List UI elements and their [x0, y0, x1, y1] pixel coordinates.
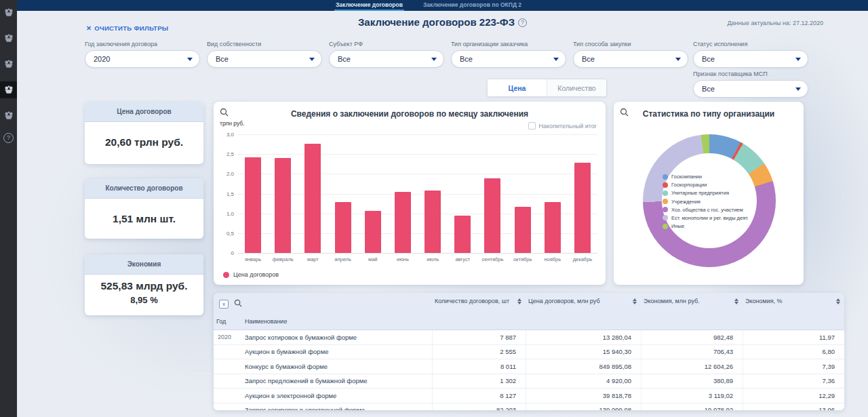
gridline: [238, 253, 597, 254]
table-cell: Запрос котировок в бумажной форме: [242, 334, 432, 341]
table-cell: 39 818,78: [526, 389, 641, 403]
search-icon[interactable]: [620, 107, 629, 119]
toggle-quantity-button[interactable]: Количество: [547, 79, 606, 96]
donut-legend-item: Госкомпании: [663, 174, 749, 180]
column-header-savings[interactable]: Экономия, млн руб.: [641, 298, 743, 304]
contract-year-select[interactable]: 2020: [85, 50, 200, 68]
msp-supplier-select[interactable]: Все: [693, 80, 808, 98]
legend-dot: [663, 182, 668, 188]
donut-legend-item: Унитарные предприятия: [663, 190, 749, 196]
data-updated-label: Данные актуальны на: 27.12.2020: [727, 20, 823, 26]
kpi-title: Цена договоров: [85, 102, 203, 122]
customer-org-type-select[interactable]: Все: [451, 50, 566, 68]
bar: [304, 144, 321, 253]
table-cell: 19 978,92: [641, 403, 743, 411]
column-header-count[interactable]: Количество договоров, шт: [432, 298, 526, 304]
x-axis-label: август: [448, 256, 477, 262]
kpi-value: 20,60 трлн руб.: [105, 136, 183, 148]
x-axis-label: февраль: [268, 256, 298, 262]
table-cell: Аукцион в бумажной форме: [242, 348, 432, 355]
excel-export-icon[interactable]: x: [219, 300, 229, 309]
price-quantity-toggle: Цена Количество: [487, 79, 607, 97]
execution-status-select[interactable]: Все: [693, 50, 808, 68]
tab-contracts-okpd2[interactable]: Заключение договоров по ОКПД 2: [422, 0, 523, 11]
top-navigation-bar: Заключение договоров Заключение договоро…: [17, 0, 868, 11]
filter-label: Тип способа закупки: [573, 41, 688, 47]
filter-label: Статус исполнения: [693, 41, 808, 47]
table-cell: 1 302: [432, 374, 526, 389]
bar: [365, 211, 381, 253]
table-row: Запрос котировок в электронной форме82 2…: [214, 403, 844, 411]
bar-plot: 3,02,52,01,51,00,50: [238, 134, 597, 253]
table-row: Конкурс в бумажной форме8 011849 895,081…: [214, 359, 844, 374]
tab-contracts[interactable]: Заключение договоров: [334, 0, 404, 11]
bar: [454, 216, 471, 253]
purchase-method-type-select[interactable]: Все: [573, 50, 688, 68]
donut-legend-item: Госкорпорации: [663, 182, 749, 188]
info-icon[interactable]: ?: [518, 18, 527, 27]
bar: [245, 157, 261, 253]
kpi-card-contract-price: Цена договоров 20,60 трлн руб.: [85, 102, 203, 164]
x-axis-label: октябрь: [508, 256, 538, 262]
sidebar-emblem-icon-2[interactable]: [0, 30, 17, 47]
help-icon[interactable]: ?: [3, 133, 14, 143]
table-cell: 13,96: [743, 403, 844, 411]
search-icon[interactable]: [220, 107, 229, 119]
column-header-price[interactable]: Цена договоров, млн руб: [526, 298, 641, 304]
x-axis-label: апрель: [328, 256, 358, 262]
cumulative-total-checkbox[interactable]: Накопительный итог: [528, 122, 597, 130]
region-select[interactable]: Все: [329, 50, 444, 68]
close-icon: ✕: [86, 24, 92, 32]
table-header: x Количество договоров, шт Цена договоро…: [214, 293, 844, 330]
table-cell: 706,43: [641, 345, 743, 359]
donut-legend-item: Учреждения: [663, 199, 749, 205]
x-axis-label: сентябрь: [477, 256, 507, 262]
sidebar-emblem-icon-4-active[interactable]: [0, 81, 17, 98]
filter-label: Признак поставщика МСП: [693, 71, 808, 77]
sidebar-emblem-icon-3[interactable]: [0, 56, 17, 73]
sort-icon[interactable]: [836, 298, 840, 304]
clear-filters-button[interactable]: ✕ОЧИСТИТЬ ФИЛЬТРЫ: [86, 24, 168, 32]
bar: [335, 202, 351, 253]
legend-label: Учреждения: [671, 199, 701, 205]
legend-dot: [663, 215, 668, 220]
legend-label: Ест. монополии и рег. виды деят.: [671, 215, 749, 221]
filter-execution-status: Статус исполнения Все: [693, 41, 808, 68]
table-cell: Аукцион в электронной форме: [242, 392, 432, 399]
checkbox-icon: [528, 122, 536, 130]
x-axis-label: май: [358, 256, 388, 262]
chevron-down-icon: [553, 58, 559, 61]
bar-chart-legend: Цена договоров: [223, 271, 279, 278]
donut-legend: ГоскомпанииГоскорпорацииУнитарные предпр…: [663, 174, 749, 231]
page-title: Заключение договоров 223-ФЗ: [358, 16, 515, 28]
sort-icon[interactable]: [734, 298, 738, 304]
chevron-down-icon: [675, 58, 681, 61]
x-axis-label: июль: [418, 256, 448, 262]
filter-label: Год заключения договора: [85, 41, 200, 47]
sort-icon[interactable]: [633, 298, 637, 304]
table-cell: 13 280,04: [526, 330, 641, 344]
left-sidebar: ?: [0, 0, 17, 417]
sidebar-emblem-icon-1[interactable]: [0, 4, 17, 21]
legend-label: Унитарные предприятия: [671, 190, 729, 196]
y-axis-tick: 0: [231, 250, 234, 256]
table-cell: 15 940,30: [526, 345, 641, 359]
table-cell: 849 895,08: [526, 359, 641, 374]
toggle-price-button[interactable]: Цена: [488, 79, 547, 96]
donut-chart-title: Статистика по типу организации: [614, 109, 804, 119]
legend-label: Хоз. общества с гос. участием: [671, 207, 743, 213]
column-header-savings-pct[interactable]: Экономия, %: [743, 298, 844, 304]
table-cell: Запрос предложений в бумажной форме: [242, 377, 432, 384]
kpi-value: 1,51 млн шт.: [113, 213, 176, 225]
sort-icon[interactable]: [517, 298, 521, 304]
legend-dot: [223, 272, 229, 278]
sidebar-emblem-icon-5[interactable]: [0, 107, 17, 124]
legend-label: Цена договоров: [233, 271, 279, 278]
search-icon[interactable]: [234, 298, 242, 310]
filter-contract-year: Год заключения договора 2020: [85, 41, 200, 68]
y-axis-tick: 1,0: [226, 210, 234, 216]
chevron-down-icon: [431, 58, 437, 61]
y-axis-tick: 2,5: [226, 151, 234, 157]
ownership-type-select[interactable]: Все: [207, 50, 322, 68]
filter-customer-org-type: Тип организации заказчика Все: [451, 41, 566, 68]
